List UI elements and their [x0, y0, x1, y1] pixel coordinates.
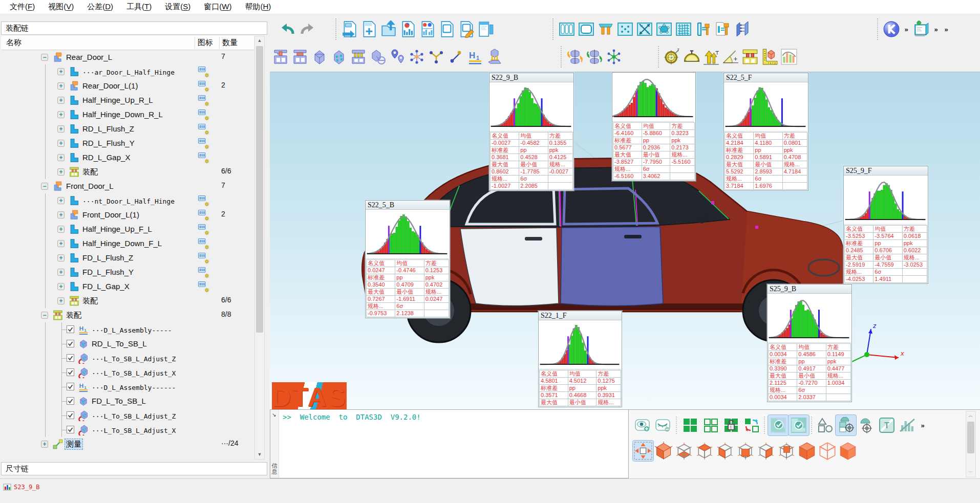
link-b-icon[interactable] [446, 46, 465, 68]
histogram-panel-s25_9_f[interactable]: S25_9_F 名义值均值方差-3.5253-3.57640.0618标准差pp… [843, 166, 928, 284]
tree-row[interactable]: H1···D_L_Assembly----- [1, 322, 254, 337]
expand-icon[interactable]: + [57, 254, 65, 261]
tree-row[interactable]: +Half_Hinge_Up_F_L [1, 222, 254, 236]
tree-checkbox[interactable] [67, 426, 74, 433]
tree-row[interactable]: +RD_L_Flush_Z [1, 122, 254, 136]
location-pins-icon[interactable] [388, 46, 407, 68]
expand-icon[interactable]: + [41, 441, 48, 448]
menu-item-4[interactable]: 设置(S) [158, 2, 197, 12]
expand-icon[interactable]: + [57, 154, 65, 161]
grid-gear-icon[interactable] [198, 238, 210, 252]
report-histogram-icon[interactable] [418, 18, 437, 40]
histogram-panel-title[interactable]: S25_9_B [768, 285, 851, 294]
tree-row[interactable]: −Front_Door_L7 [1, 179, 254, 193]
solid-cube-icon[interactable] [797, 441, 817, 461]
move-arrows-icon[interactable] [633, 441, 653, 461]
tree-row-label[interactable]: Half_Hinge_Down_R_L [81, 109, 164, 120]
tree-checkbox[interactable] [67, 325, 74, 333]
cube-face-left-icon[interactable] [715, 441, 735, 461]
shapes-target-icon[interactable] [836, 415, 856, 435]
press-a-icon[interactable] [271, 46, 290, 68]
expand-icon[interactable]: + [57, 240, 65, 247]
tree-row-label[interactable]: 装配 [81, 295, 99, 307]
status-tab-s23-9-b[interactable]: S23_9_B [3, 484, 40, 491]
tree-row[interactable]: +Half_Hinge_Down_F_L [1, 236, 254, 251]
tree-row[interactable]: RD_L_To_SB_L [1, 337, 254, 351]
tree-row[interactable]: +FD_L_Flush_Y [1, 265, 254, 279]
cube-face-top-icon[interactable] [694, 441, 715, 461]
cylinder-rotate-a-icon[interactable] [565, 46, 585, 68]
tree-row-label[interactable]: 装配 [65, 310, 83, 321]
tree-row-label[interactable]: FD_L_Flush_Y [81, 267, 135, 278]
grid-gear-icon[interactable] [198, 138, 210, 151]
show-eye-icon[interactable] [633, 415, 653, 435]
up-arrows-icon[interactable] [701, 46, 721, 68]
grid-gear-icon[interactable] [198, 123, 210, 137]
expand-icon[interactable]: + [57, 97, 65, 104]
protractor-icon[interactable] [682, 46, 701, 68]
stats-chart-icon[interactable] [779, 46, 799, 68]
menu-item-2[interactable]: 公差(D) [80, 2, 120, 12]
tree-scrollbar[interactable]: ▲ ▼ [254, 36, 265, 460]
expand-icon[interactable]: + [57, 226, 65, 233]
new-document-icon[interactable] [359, 18, 379, 40]
cube-face-front-icon[interactable] [735, 441, 756, 461]
h1-datum-icon[interactable]: H1 [465, 46, 485, 68]
tree-row-label[interactable]: Half_Hinge_Down_F_L [81, 238, 163, 249]
cube-arrows-icon[interactable] [485, 46, 504, 68]
check-view-b-icon[interactable] [789, 415, 809, 435]
cube-icon[interactable] [310, 46, 329, 68]
squares-filled-icon[interactable] [680, 415, 700, 435]
expand-icon[interactable]: + [57, 82, 65, 90]
menu-item-3[interactable]: 工具(T) [120, 2, 158, 12]
histogram-panel-title[interactable]: S22_9_B [489, 73, 573, 82]
tree-row[interactable]: +RD_L_Gap_X [1, 150, 254, 165]
tree-row-label[interactable]: ···L_To_SB_L_Adjust_X [90, 425, 177, 436]
texture-t-icon[interactable]: T [877, 415, 897, 435]
tree-row[interactable]: ···L_To_SB_L_Adjust_Z [1, 408, 254, 423]
expand-icon[interactable]: + [57, 211, 65, 218]
panel-scrollbar-thumb[interactable] [967, 422, 974, 453]
tree-row[interactable]: ···L_To_SB_L_Adjust_X [1, 365, 254, 380]
no-chart-icon[interactable] [897, 415, 918, 435]
clamp-hammer-icon[interactable] [693, 18, 713, 40]
grid-gear-icon[interactable] [198, 152, 210, 166]
cube-face-bottom-icon[interactable] [674, 441, 694, 461]
viewport-3d[interactable]: z y x DTAS S22_9_B 名义值均值方差-0.0027-0.4582… [270, 72, 980, 409]
cube-face-right-icon[interactable] [756, 441, 776, 461]
menu-item-5[interactable]: 窗口(W) [197, 2, 238, 12]
histogram-panel-s22_5_b[interactable]: S22_5_B 名义值均值方差0.0247-0.47460.1253标准差ppp… [365, 200, 450, 318]
tree-checkbox[interactable] [67, 397, 74, 405]
menu-item-0[interactable]: 文件(F) [3, 2, 41, 12]
document-icon[interactable] [437, 18, 457, 40]
panel-scrollbar[interactable]: ︿ ﹀ [966, 411, 976, 477]
molecule-icon[interactable] [407, 46, 427, 68]
tree-row[interactable]: +测量···/24 [1, 437, 254, 451]
tree-checkbox[interactable] [67, 383, 74, 390]
histogram-panel-title[interactable]: S25_9_F [844, 166, 928, 176]
grid-gear-icon[interactable] [198, 267, 210, 280]
message-console[interactable]: ↘ 信息 >> Welcome to DTAS3D V9.2.0! [270, 409, 629, 478]
tree-row[interactable]: FD_L_To_SB_L [1, 394, 254, 408]
mesh-icon[interactable] [674, 18, 693, 40]
link-a-icon[interactable] [427, 46, 446, 68]
grid-gear-icon[interactable] [198, 66, 210, 80]
expand-icon[interactable]: + [57, 168, 65, 176]
more-chevron[interactable]: » [941, 26, 951, 33]
expand-icon[interactable]: + [57, 111, 65, 118]
press-pins-icon[interactable] [349, 46, 368, 68]
redo-icon[interactable] [297, 18, 317, 40]
tree-scrollbar-thumb[interactable] [256, 46, 263, 333]
rotate-squares-icon[interactable] [741, 415, 762, 435]
tree-row[interactable]: H1···D_L_Assembly------ [1, 380, 254, 394]
tree-row-label[interactable]: RD_L_Flush_Z [81, 123, 136, 135]
press-b-icon[interactable] [290, 46, 310, 68]
tree-row-label[interactable]: FD_L_Flush_Z [81, 252, 135, 264]
undo-icon[interactable] [278, 18, 297, 40]
star-network-icon[interactable] [604, 46, 624, 68]
target-circle-icon[interactable]: T [663, 46, 682, 68]
tree-row[interactable]: ···L_To_SB_L_Adjust_X [1, 423, 254, 437]
grid-gear-icon[interactable] [198, 95, 210, 108]
cylinder-rotate-b-icon[interactable] [585, 46, 604, 68]
histogram-panel-title[interactable]: S22_5_F [724, 73, 808, 82]
